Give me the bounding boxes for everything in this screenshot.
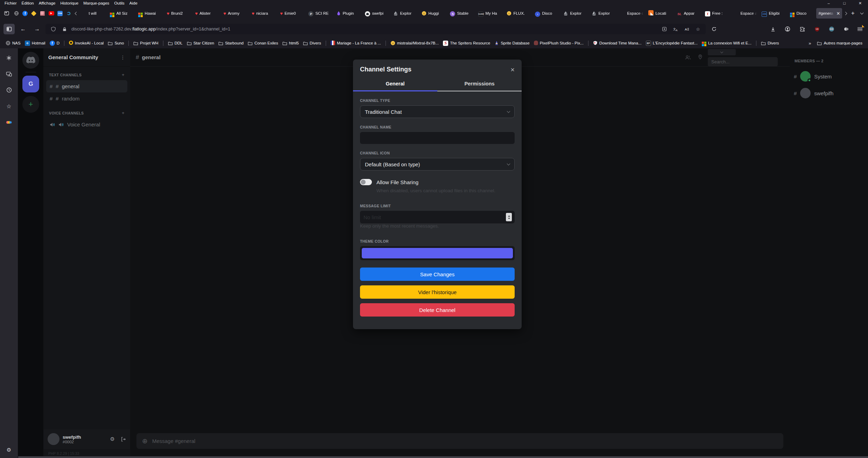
browser-tab[interactable]: fFree :	[703, 8, 731, 19]
bookmark-item[interactable]: html5	[280, 40, 301, 47]
bookmark-item[interactable]: oHotmail	[23, 40, 48, 47]
bookmark-item[interactable]: SThe Spriters Resource	[441, 40, 492, 47]
downloads-icon[interactable]	[767, 24, 778, 34]
members-toggle-icon[interactable]	[685, 55, 691, 60]
pinned-tab-synology[interactable]: Ɔ	[64, 8, 73, 18]
tab-general[interactable]: General	[353, 77, 437, 91]
browser-tab[interactable]: FLUX.	[504, 8, 532, 19]
browser-tab[interactable]: ♥niciara	[249, 8, 277, 19]
reload-icon[interactable]	[708, 24, 720, 34]
minimize-button[interactable]: –	[821, 0, 837, 6]
browser-tab[interactable]: ♥Bruni2	[164, 8, 192, 19]
browser-tab[interactable]: SLAppar	[675, 8, 702, 19]
add-channel-icon[interactable]: +	[122, 110, 125, 116]
sidebar-settings-gear-icon[interactable]: ⚙	[5, 445, 14, 454]
close-button[interactable]: ✕	[852, 0, 868, 6]
header-dropdown-select[interactable]	[708, 49, 736, 55]
bookmark-item[interactable]: PixelPlush Studio - Pix...	[532, 40, 586, 47]
search-input[interactable]: Search...	[708, 57, 778, 67]
active-tab[interactable]: #genera ✕	[816, 8, 842, 19]
browser-tab[interactable]: Hawai	[136, 8, 164, 19]
browser-tab[interactable]: All Siz	[108, 8, 135, 19]
list-all-tabs-icon[interactable]	[858, 8, 866, 18]
channel-item-voice-general[interactable]: Voice General	[46, 118, 127, 131]
channel-item-random[interactable]: ##random	[46, 92, 127, 105]
bookmark-star-icon[interactable]: ☆	[694, 25, 702, 33]
bookmark-item[interactable]: Projet WH	[131, 40, 160, 47]
member-row[interactable]: #System	[790, 68, 868, 85]
discord-home-icon[interactable]	[22, 52, 39, 69]
bookmark-item[interactable]: fD	[48, 40, 62, 47]
channel-icon-select[interactable]: Default (Based on type)	[360, 158, 515, 171]
message-input[interactable]: ⊕ Message #general	[136, 433, 783, 449]
bookmark-item[interactable]: Mariage - La France à ...	[329, 40, 383, 47]
pin-icon[interactable]	[698, 54, 703, 60]
bookmark-item[interactable]: Starbound	[216, 40, 246, 47]
message-limit-input[interactable]: No limit	[360, 211, 515, 223]
bookmark-item[interactable]: EFL'Encyclopédie Fantast...	[644, 40, 700, 47]
modal-button-vider-l-historique[interactable]: Vider l'historique	[360, 285, 515, 299]
pinned-tab-globe[interactable]	[12, 8, 21, 18]
browser-tab[interactable]: Disco	[788, 8, 816, 19]
menu-fichier[interactable]: Fichier	[2, 1, 19, 6]
modal-button-save-changes[interactable]: Save Changes	[360, 268, 515, 281]
extension-orb-icon[interactable]	[841, 24, 852, 34]
lock-icon[interactable]	[60, 25, 69, 33]
modal-button-delete-channel[interactable]: Delete Channel	[360, 303, 515, 317]
attach-plus-icon[interactable]: ⊕	[142, 437, 148, 445]
bookmark-item[interactable]: Suno	[106, 40, 126, 47]
browser-tab[interactable]: CLOUDMy Ha	[476, 8, 504, 19]
bookmark-item[interactable]: Star Citizen	[185, 40, 216, 47]
url-bar[interactable]: discord-like-php-chat-7262.dev.flatlogic…	[45, 24, 706, 34]
menu-historique[interactable]: Historique	[58, 1, 81, 6]
forward-button[interactable]: →	[31, 24, 43, 34]
browser-tab[interactable]: ♥Emie0	[278, 8, 305, 19]
server-header[interactable]: General Community ⋮	[43, 48, 130, 67]
bookmark-item[interactable]: NAS	[3, 40, 23, 47]
browser-tab[interactable]: ♥Alister	[193, 8, 220, 19]
save-to-pocket-icon[interactable]	[660, 25, 669, 33]
channel-item-general[interactable]: ##general	[46, 80, 127, 92]
browser-tab[interactable]: Huggi	[419, 8, 447, 19]
bookmarks-icon[interactable]: ☆	[5, 102, 14, 111]
server-icon-general-community[interactable]: G	[22, 76, 39, 92]
browser-tab[interactable]: Espace clie	[618, 8, 645, 19]
browser-tab[interactable]: Plugin	[334, 8, 362, 19]
bookmark-item[interactable]: DDL	[166, 40, 185, 47]
server-menu-kebab-icon[interactable]: ⋮	[120, 55, 125, 60]
horizontal-scrollbar[interactable]	[18, 456, 868, 458]
logout-icon[interactable]	[121, 437, 126, 442]
pinned-tab-diamond[interactable]	[29, 8, 38, 18]
browser-tab[interactable]: swefpi	[363, 8, 390, 19]
add-server-button[interactable]: +	[22, 96, 39, 113]
channel-type-select[interactable]: Traditional Chat	[360, 105, 515, 118]
browser-tab[interactable]: ◗Disco	[533, 8, 560, 19]
reader-view-icon[interactable]: A	[683, 25, 691, 33]
bookmark-item[interactable]: InvokeAI - Local	[67, 40, 106, 47]
menu-outils[interactable]: Outils	[112, 1, 127, 6]
theme-color-swatch[interactable]	[362, 248, 513, 258]
containers-icon[interactable]	[5, 118, 14, 127]
menu-hamburger-icon[interactable]	[855, 25, 865, 34]
translate-icon[interactable]: 文A	[671, 25, 680, 33]
new-tab-button[interactable]: +	[849, 8, 858, 18]
bookmark-item[interactable]: Conan Exiles	[246, 40, 280, 47]
extensions-puzzle-icon[interactable]	[797, 24, 808, 34]
add-channel-icon[interactable]: +	[122, 72, 125, 77]
bookmark-item[interactable]: Divers	[301, 40, 323, 47]
menu-aide[interactable]: Aide	[127, 1, 140, 6]
browser-tab[interactable]: Explor	[590, 8, 617, 19]
bookmark-item[interactable]: mistralai/Mixtral-8x7B...	[388, 40, 441, 47]
other-bookmarks-folder[interactable]: Autres marque-pages	[815, 40, 865, 47]
back-button[interactable]: ←	[17, 24, 29, 34]
pinned-tab-sprite[interactable]	[38, 8, 47, 18]
modal-close-icon[interactable]: ×	[510, 66, 515, 73]
browser-tab[interactable]: ADNEligibi	[760, 8, 787, 19]
browser-tab[interactable]: ♥Aromy	[221, 8, 249, 19]
synced-tabs-icon[interactable]	[5, 69, 14, 78]
browser-tab[interactable]: t will	[79, 8, 107, 19]
tab-scroll-right[interactable]	[843, 8, 848, 18]
history-icon[interactable]	[5, 85, 14, 95]
menu-marque-pages[interactable]: Marque-pages	[81, 1, 112, 6]
bookmark-item[interactable]: Sprite Database	[492, 40, 531, 47]
